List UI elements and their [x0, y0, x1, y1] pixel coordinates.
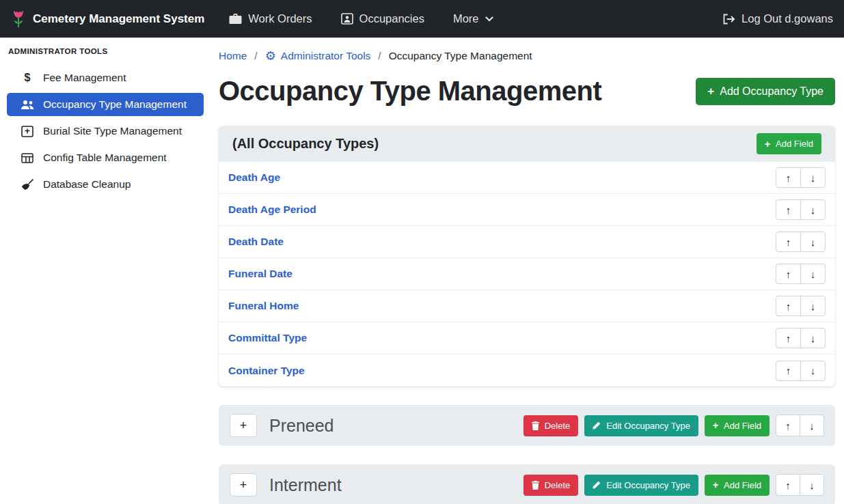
- arrow-down-icon: ↓: [809, 479, 815, 491]
- move-up-button[interactable]: ↑: [776, 296, 801, 316]
- burial-site-icon: [21, 126, 34, 137]
- nav-occupancies-label: Occupancies: [359, 12, 424, 25]
- sidebar-item-burial-site-type-management[interactable]: Burial Site Type Management: [7, 120, 204, 143]
- nav-work-orders[interactable]: Work Orders: [229, 12, 312, 25]
- field-link-death-age-period[interactable]: Death Age Period: [228, 204, 316, 216]
- move-down-button[interactable]: ↓: [800, 474, 824, 496]
- expand-button[interactable]: +: [230, 473, 257, 496]
- reorder-controls: ↑ ↓: [776, 361, 826, 381]
- logout-button[interactable]: Log Out d.gowans: [722, 12, 833, 25]
- sidebar-item-label: Fee Management: [43, 72, 126, 84]
- sidebar-item-fee-management[interactable]: $ Fee Management: [7, 66, 204, 89]
- move-up-button[interactable]: ↑: [776, 361, 801, 381]
- add-field-button[interactable]: + Add Field: [757, 133, 821, 154]
- move-up-button[interactable]: ↑: [776, 264, 801, 284]
- pencil-icon: [593, 481, 601, 489]
- edit-occupancy-type-button[interactable]: Edit Occupancy Type: [584, 475, 698, 496]
- arrow-up-icon: ↑: [785, 420, 791, 432]
- breadcrumb-separator: /: [254, 50, 257, 62]
- plus-icon: +: [713, 421, 718, 430]
- move-down-button[interactable]: ↓: [800, 167, 826, 188]
- page-title: Occupancy Type Management: [219, 76, 601, 107]
- plus-icon: +: [765, 139, 770, 149]
- broom-icon: [21, 179, 34, 191]
- occupancy-type-section-preneed: + Preneed Delete: [219, 405, 835, 446]
- move-up-button[interactable]: ↑: [776, 328, 801, 348]
- field-link-funeral-home[interactable]: Funeral Home: [228, 300, 299, 312]
- breadcrumb-admin-tools-label: Administrator Tools: [281, 50, 371, 62]
- nav-more[interactable]: More: [453, 12, 493, 25]
- plus-icon: +: [713, 480, 718, 490]
- add-occupancy-type-button[interactable]: + Add Occupancy Type: [696, 78, 835, 105]
- plus-icon: +: [240, 478, 247, 492]
- breadcrumb-home[interactable]: Home: [219, 50, 247, 62]
- move-down-button[interactable]: ↓: [800, 264, 826, 284]
- trash-icon: [532, 421, 539, 430]
- plus-icon: +: [707, 85, 714, 97]
- sidebar-item-database-cleanup[interactable]: Database Cleanup: [7, 173, 204, 196]
- delete-button[interactable]: Delete: [523, 475, 579, 496]
- move-up-button[interactable]: ↑: [776, 232, 801, 252]
- field-link-funeral-date[interactable]: Funeral Date: [228, 268, 292, 280]
- gear-icon: ⚙: [265, 50, 276, 62]
- users-icon: [21, 100, 34, 110]
- move-up-button[interactable]: ↑: [776, 199, 801, 220]
- move-up-button[interactable]: ↑: [776, 474, 800, 496]
- add-field-button[interactable]: + Add Field: [705, 475, 770, 496]
- section-title: Interment: [269, 475, 342, 495]
- breadcrumb-admin-tools[interactable]: ⚙ Administrator Tools: [265, 50, 371, 62]
- move-down-button[interactable]: ↓: [800, 232, 826, 252]
- trash-icon: [532, 481, 539, 490]
- arrow-down-icon: ↓: [811, 204, 816, 216]
- field-row: Funeral Home ↑ ↓: [219, 290, 835, 322]
- field-link-container-type[interactable]: Container Type: [228, 365, 305, 377]
- reorder-controls: ↑ ↓: [776, 232, 826, 252]
- breadcrumb-separator: /: [378, 50, 381, 62]
- sidebar-heading: ADMINISTRATOR TOOLS: [0, 47, 210, 55]
- top-navbar: Cemetery Management System Work Orders O…: [0, 0, 844, 38]
- app-brand[interactable]: Cemetery Management System: [11, 10, 204, 28]
- section-title: Preneed: [269, 416, 334, 436]
- edit-occupancy-type-button[interactable]: Edit Occupancy Type: [584, 415, 698, 436]
- add-field-button[interactable]: + Add Field: [705, 415, 770, 436]
- sidebar-item-occupancy-type-management[interactable]: Occupancy Type Management: [7, 93, 204, 116]
- move-up-button[interactable]: ↑: [776, 415, 800, 436]
- sidebar-item-config-table-management[interactable]: Config Table Management: [7, 146, 204, 169]
- plus-icon: +: [240, 419, 247, 432]
- field-link-death-age[interactable]: Death Age: [228, 171, 280, 184]
- breadcrumb-current: Occupancy Type Management: [389, 50, 532, 62]
- delete-label: Delete: [545, 480, 571, 490]
- arrow-down-icon: ↓: [811, 300, 816, 312]
- all-occupancy-types-title: (All Occupancy Types): [232, 136, 379, 152]
- arrow-up-icon: ↑: [785, 479, 791, 491]
- expand-button[interactable]: +: [230, 414, 257, 437]
- move-down-button[interactable]: ↓: [800, 328, 826, 348]
- main-content: Home / ⚙ Administrator Tools / Occupancy…: [210, 38, 844, 504]
- move-down-button[interactable]: ↓: [800, 361, 826, 381]
- nav-occupancies[interactable]: Occupancies: [341, 12, 424, 25]
- tulip-logo-icon: [11, 10, 26, 28]
- arrow-down-icon: ↓: [811, 172, 816, 184]
- reorder-controls: ↑ ↓: [776, 328, 826, 348]
- reorder-controls: ↑ ↓: [776, 474, 824, 496]
- sidebar-item-label: Config Table Management: [43, 152, 167, 164]
- move-up-button[interactable]: ↑: [776, 167, 801, 188]
- move-down-button[interactable]: ↓: [800, 199, 826, 220]
- edit-occupancy-type-label: Edit Occupancy Type: [606, 480, 690, 490]
- field-row: Container Type ↑ ↓: [219, 354, 835, 387]
- arrow-up-icon: ↑: [786, 172, 791, 184]
- edit-occupancy-type-label: Edit Occupancy Type: [606, 421, 690, 431]
- field-link-committal-type[interactable]: Committal Type: [228, 332, 307, 344]
- all-occupancy-types-header: (All Occupancy Types) + Add Field: [219, 126, 835, 162]
- arrow-up-icon: ↑: [786, 365, 791, 376]
- delete-button[interactable]: Delete: [523, 415, 579, 436]
- move-down-button[interactable]: ↓: [800, 415, 824, 436]
- move-down-button[interactable]: ↓: [800, 296, 826, 316]
- field-link-death-date[interactable]: Death Date: [228, 236, 284, 248]
- add-occupancy-type-label: Add Occupancy Type: [720, 85, 823, 98]
- field-row: Death Age ↑ ↓: [219, 162, 835, 194]
- chevron-down-icon: [485, 16, 493, 22]
- field-row: Death Date ↑ ↓: [219, 226, 835, 258]
- reorder-controls: ↑ ↓: [776, 264, 826, 284]
- table-icon: [21, 153, 34, 163]
